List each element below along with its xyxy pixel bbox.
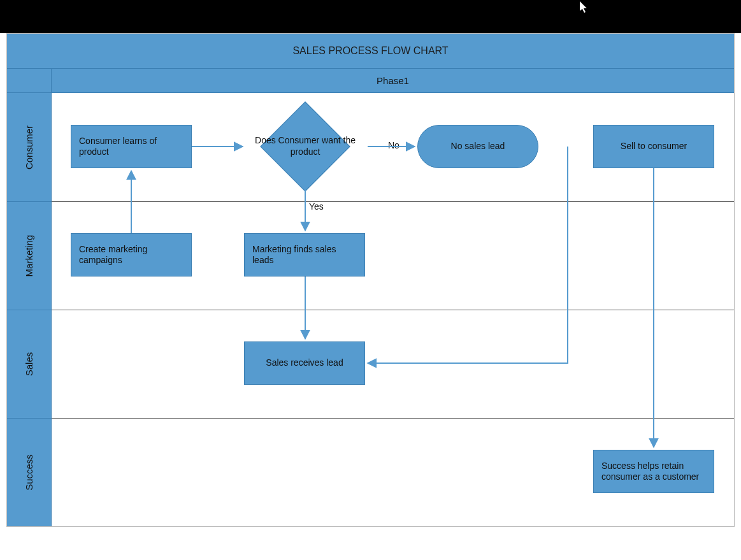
edge-label-no: No <box>388 140 399 150</box>
node-success-retain[interactable]: Success helps retain consumer as a custo… <box>593 450 714 493</box>
top-bar <box>0 0 741 33</box>
node-label: Sell to consumer <box>621 141 687 152</box>
node-label: Create marketing campaigns <box>79 244 183 266</box>
node-marketing-finds-leads[interactable]: Marketing finds sales leads <box>244 233 365 276</box>
node-create-campaign[interactable]: Create marketing campaigns <box>71 233 192 276</box>
cursor-icon <box>580 1 590 17</box>
node-sell-to-consumer[interactable]: Sell to consumer <box>593 125 714 168</box>
lane-separator <box>52 310 734 310</box>
lane-header-marketing: Marketing <box>7 201 52 310</box>
node-label: Success helps retain consumer as a custo… <box>601 461 706 483</box>
node-sales-receives-lead[interactable]: Sales receives lead <box>244 341 365 385</box>
node-label: Sales receives lead <box>266 357 343 369</box>
lane-label: Success <box>24 454 34 491</box>
lane-label: Consumer <box>24 125 34 169</box>
chart-title: SALES PROCESS FLOW CHART <box>7 34 734 69</box>
phase-row: Phase1 <box>7 69 734 93</box>
lane-separator <box>52 418 734 419</box>
corner-cell <box>7 69 52 92</box>
phase-label: Phase1 <box>52 69 734 92</box>
lane-label: Marketing <box>24 235 34 277</box>
lane-separator <box>52 201 734 202</box>
lane-headers: Consumer Marketing Sales Success <box>7 93 52 526</box>
node-label: No sales lead <box>451 141 505 152</box>
lane-header-consumer: Consumer <box>7 93 52 201</box>
lanes-area: Consumer Marketing Sales Success Consume… <box>7 93 734 526</box>
node-label: Does Consumer want the product <box>241 135 369 157</box>
lane-header-sales: Sales <box>7 310 52 418</box>
lane-label: Sales <box>24 352 34 377</box>
diagram-canvas: Consumer learns of product Does Consumer… <box>52 93 734 526</box>
node-decision[interactable]: Does Consumer want the product <box>241 103 369 190</box>
edge-label-yes: Yes <box>309 201 324 212</box>
node-consumer-learns[interactable]: Consumer learns of product <box>71 125 192 168</box>
node-no-sales-lead[interactable]: No sales lead <box>417 125 538 168</box>
swimlane-container: SALES PROCESS FLOW CHART Phase1 Consumer… <box>6 33 735 527</box>
node-label: Consumer learns of product <box>79 136 183 158</box>
node-label: Marketing finds sales leads <box>252 244 357 266</box>
lane-header-success: Success <box>7 418 52 526</box>
